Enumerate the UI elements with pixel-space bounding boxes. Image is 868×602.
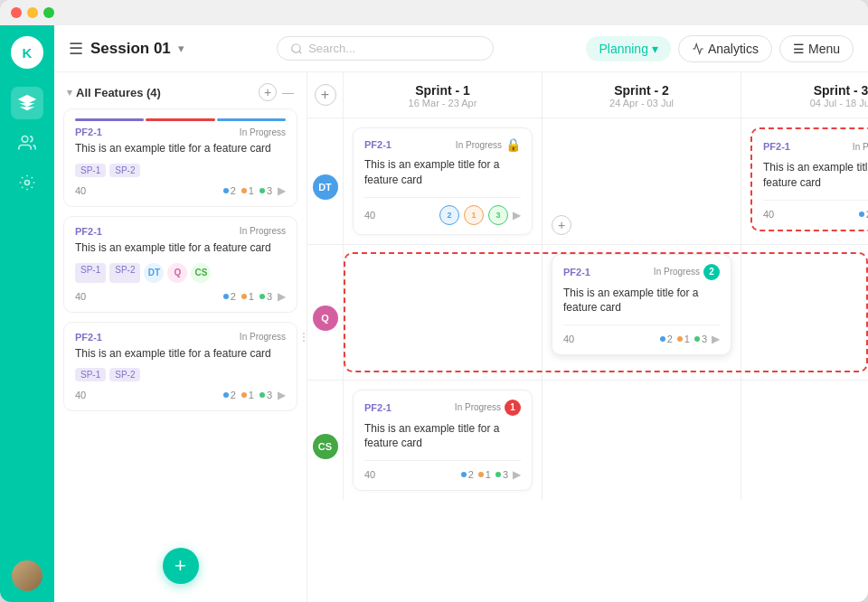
drag-dot <box>303 333 305 334</box>
feature-card[interactable]: PF2-1 In Progress This is an example tit… <box>63 322 297 412</box>
row-label-dt: DT <box>313 174 338 200</box>
hamburger-icon[interactable]: ☰ <box>69 39 83 59</box>
tag-q[interactable]: Q <box>167 263 187 283</box>
dot-blue <box>223 294 229 299</box>
expand-arrow-icon[interactable]: ▶ <box>278 389 286 401</box>
sprint-card[interactable]: PF2-1 In Progress 1 This is an example t… <box>353 390 533 492</box>
tag-sp1[interactable]: SP-1 <box>75 263 106 283</box>
close-button[interactable] <box>11 7 22 18</box>
feature-card-header: PF2-1 In Progress <box>75 226 286 237</box>
feature-points: 40 <box>75 291 86 302</box>
sidebar-icon-layers[interactable] <box>11 87 43 119</box>
search-box[interactable]: Search... <box>277 36 494 61</box>
sidebar-logo[interactable]: K <box>11 36 43 69</box>
search-placeholder: Search... <box>308 42 355 55</box>
analytics-label: Analytics <box>708 42 759 56</box>
expand-arrow-icon[interactable]: ▶ <box>278 184 286 197</box>
user-avatar[interactable] <box>12 560 42 591</box>
search-icon <box>290 42 303 55</box>
app-window: K ☰ Session 01 ▾ <box>0 0 868 602</box>
planning-button[interactable]: Planning ▾ <box>586 36 671 61</box>
sprint-card[interactable]: PF2-1 In Progress 🔒 This is an example t… <box>353 127 533 235</box>
feature-card[interactable]: PF2-1 In Progress This is an example tit… <box>63 108 297 207</box>
title-bar <box>0 0 868 25</box>
sprint-card-title: This is an example title for a feature c… <box>563 286 720 316</box>
feature-card-header: PF2-1 In Progress <box>75 332 286 343</box>
dot-item-orange: 1 <box>241 185 254 196</box>
add-card-button[interactable]: + <box>552 215 571 235</box>
collapse-button[interactable]: — <box>282 86 294 99</box>
analytics-button[interactable]: Analytics <box>678 35 772 62</box>
sprint-card-points: 40 <box>563 334 574 344</box>
resize-handle[interactable] <box>301 72 307 602</box>
card-header-right: In Progress 🔒 <box>456 137 521 152</box>
dot-item-green: 3 <box>259 390 272 400</box>
minimize-button[interactable] <box>27 7 38 18</box>
feature-tags: SP-1 SP-2 <box>75 164 286 177</box>
fab-add-button[interactable]: + <box>163 548 199 584</box>
sidebar: K <box>0 25 54 602</box>
card-header-right: In Progress 1 <box>853 138 868 155</box>
dot-item-blue: 2 <box>223 291 236 302</box>
sprints-corner: + <box>307 72 344 118</box>
sprint-2-cs-cell <box>542 381 741 501</box>
sprint-card-dots: 2 1 3 ▶ <box>660 333 720 345</box>
sprint-card-header: PF2-1 In Progress 1 <box>763 138 868 155</box>
expand-icon[interactable]: ▶ <box>513 209 521 221</box>
avatar-circle-1: 1 <box>464 205 484 225</box>
expand-icon[interactable]: ▶ <box>712 333 720 345</box>
features-panel: ▾ All Features (4) + — <box>54 72 307 602</box>
sprint-card[interactable]: PF2-1 In Progress 2 This is an example t… <box>552 254 731 356</box>
dot-blue <box>223 188 229 193</box>
tag-cs[interactable]: CS <box>191 263 211 283</box>
sprint-3-q-cell <box>741 245 868 380</box>
sprint-card-highlighted[interactable]: PF2-1 In Progress 1 This is an example t… <box>750 127 868 231</box>
bar-seg <box>146 118 214 121</box>
sprint-1-q-cell <box>344 245 542 380</box>
feature-dots: 2 1 3 ▶ <box>223 184 286 197</box>
add-column-button[interactable]: + <box>315 84 336 106</box>
feature-points: 40 <box>75 390 86 400</box>
sprint-card-footer: 40 2 1 3 ▶ <box>763 200 868 221</box>
sidebar-icon-users[interactable] <box>11 127 43 159</box>
expand-arrow-icon[interactable]: ▶ <box>278 290 286 303</box>
sidebar-bottom <box>12 560 42 591</box>
tag-sp1[interactable]: SP-1 <box>75 164 106 177</box>
add-feature-button[interactable]: + <box>259 83 277 101</box>
features-header: ▾ All Features (4) + — <box>54 72 307 108</box>
tag-sp1[interactable]: SP-1 <box>75 368 106 381</box>
dot-item-blue: 2 <box>223 390 236 400</box>
sprint-3-cs-cell <box>741 381 868 501</box>
dot-orange <box>241 188 247 193</box>
drag-dot <box>303 336 305 338</box>
feature-tags: SP-1 SP-2 DT Q CS <box>75 263 286 283</box>
avatar-circle-3: 3 <box>488 205 508 225</box>
feature-card[interactable]: PF2-1 In Progress This is an example tit… <box>63 216 297 313</box>
sprint-card-points: 40 <box>364 469 375 480</box>
dot-green <box>259 188 265 193</box>
expand-icon[interactable]: ▶ <box>513 468 521 481</box>
menu-lines-icon: ☰ <box>793 42 805 56</box>
sprint-card-id: PF2-1 <box>563 267 590 277</box>
maximize-button[interactable] <box>43 7 54 18</box>
sprint-2-dates: 24 Apr - 03 Jul <box>550 98 733 108</box>
tag-dt[interactable]: DT <box>144 263 164 283</box>
sprints-main: + Sprint - 1 16 Mar - 23 Apr Sprint - 2 … <box>307 72 868 602</box>
feature-id: PF2-1 <box>75 226 102 237</box>
svg-point-2 <box>292 43 300 52</box>
feature-status: In Progress <box>240 127 286 137</box>
tag-sp2[interactable]: SP-2 <box>109 368 140 381</box>
feature-id: PF2-1 <box>75 332 102 343</box>
sprint-card-points: 40 <box>364 210 375 221</box>
menu-button[interactable]: ☰ Menu <box>779 35 854 62</box>
sidebar-icon-settings[interactable] <box>11 166 43 199</box>
row-label-cs: CS <box>313 434 338 459</box>
sprint-card-header: PF2-1 In Progress 🔒 <box>364 137 521 152</box>
row-label-dt-cell: DT <box>307 118 344 244</box>
sprint-2-name: Sprint - 2 <box>550 83 733 98</box>
topnav: ☰ Session 01 ▾ Search... Planning ▾ <box>54 25 868 72</box>
chevron-down-icon[interactable]: ▾ <box>178 42 184 55</box>
tag-sp2[interactable]: SP-2 <box>109 263 140 283</box>
sprint-3-name: Sprint - 3 <box>749 83 868 98</box>
tag-sp2[interactable]: SP-2 <box>109 164 140 177</box>
